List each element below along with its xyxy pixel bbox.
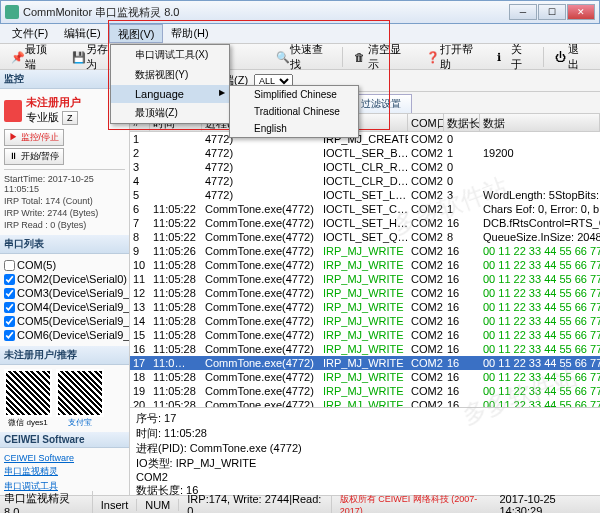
table-row[interactable]: 34772)IOCTL_CLR_R…COM20: [130, 160, 600, 174]
search-icon: 🔍: [276, 51, 288, 63]
sidebar-link[interactable]: 串口监视精灵: [4, 464, 125, 479]
detail-com: COM2: [136, 471, 594, 483]
table-row[interactable]: 811:05:22CommTone.exe(4772)IOCTL_SET_Q…C…: [130, 230, 600, 244]
minimize-button[interactable]: ─: [509, 4, 537, 20]
sidebar-link[interactable]: CEIWEI Software: [4, 452, 125, 464]
port-checkbox[interactable]: [4, 288, 15, 299]
port-label: COM3(Device\Serial9_0): [17, 287, 130, 299]
table-row[interactable]: 14772)IRP_MJ_CREATECOM20: [130, 132, 600, 146]
content-area: 监 最顶端(Z) ALL ASCII视图 DUMP视图 IOCTL 视图 过滤设…: [130, 70, 600, 495]
stat-total: IRP Total: 174 (Count): [4, 195, 125, 207]
table-row[interactable]: 1211:05:28CommTone.exe(4772)IRP_MJ_WRITE…: [130, 286, 600, 300]
table-row[interactable]: 911:05:26CommTone.exe(4772)IRP_MJ_WRITEC…: [130, 244, 600, 258]
status-irp: IRP:174, Write: 2744|Read: 0: [187, 493, 331, 514]
stat-write: IRP Write: 2744 (Bytes): [4, 207, 125, 219]
exit-icon: ⏻: [555, 51, 566, 63]
tb-exit-label: 退出: [568, 42, 589, 72]
table-row[interactable]: 1711:0…CommTone.exe(4772)IRP_MJ_WRITECOM…: [130, 356, 600, 370]
table-row[interactable]: 711:05:22CommTone.exe(4772)IOCTL_SET_H…C…: [130, 216, 600, 230]
tab-filter[interactable]: 过滤设置: [350, 94, 412, 113]
menu-data-view[interactable]: 数据视图(Y): [111, 65, 229, 85]
port-checkbox[interactable]: [4, 316, 15, 327]
tb-find-label: 快速查找: [290, 42, 331, 72]
port-checkbox[interactable]: [4, 274, 15, 285]
info-icon: ℹ: [497, 51, 508, 63]
recommend-panel-header: 未注册用户/推荐: [0, 346, 129, 365]
table-row[interactable]: 1011:05:28CommTone.exe(4772)IRP_MJ_WRITE…: [130, 258, 600, 272]
port-item[interactable]: COM4(Device\Serial9_1): [4, 300, 125, 314]
detail-panel: 序号: 17 时间: 11:05:28 进程(PID): CommTone.ex…: [130, 407, 600, 495]
status-time: 2017-10-25 14:30:29: [499, 493, 596, 514]
titlebar: CommMonitor 串口监视精灵 8.0 ─ ☐ ✕: [0, 0, 600, 24]
port-item[interactable]: COM5(Device\Serial9_2): [4, 314, 125, 328]
table-row[interactable]: 1911:05:28CommTone.exe(4772)IRP_MJ_WRITE…: [130, 384, 600, 398]
menu-serial-tools[interactable]: 串口调试工具(X): [111, 45, 229, 65]
help-icon: ❓: [426, 51, 438, 63]
port-item[interactable]: COM2(Device\Serial0): [4, 272, 125, 286]
app-icon: [5, 5, 19, 19]
col-len[interactable]: 数据长度: [444, 114, 480, 131]
port-item[interactable]: COM6(Device\Serial9_3): [4, 328, 125, 342]
view-dropdown: 串口调试工具(X) 数据视图(Y) Language Simplified Ch…: [110, 44, 230, 124]
menu-language-label: Language: [135, 88, 184, 100]
menu-language[interactable]: Language Simplified Chinese Traditional …: [111, 85, 229, 103]
lang-english[interactable]: English: [230, 120, 358, 137]
save-icon: 💾: [72, 51, 84, 63]
monitor-toggle-button[interactable]: ▶ 监控/停止: [4, 129, 64, 146]
pin-icon: 📌: [11, 51, 23, 63]
port-label: COM4(Device\Serial9_1): [17, 301, 130, 313]
grid-body[interactable]: 14772)IRP_MJ_CREATECOM2024772)IOCTL_SER_…: [130, 132, 600, 407]
status-copyright: 版权所有 CEIWEI 网络科技 (2007-2017): [340, 493, 492, 513]
port-item[interactable]: COM3(Device\Serial9_0): [4, 286, 125, 300]
port-label: COM5(Device\Serial9_2): [17, 315, 130, 327]
detail-proc: 进程(PID): CommTone.exe (4772): [136, 441, 594, 456]
stat-read: IRP Read : 0 (Bytes): [4, 219, 125, 231]
port-checkbox[interactable]: [4, 260, 15, 271]
table-row[interactable]: 1311:05:28CommTone.exe(4772)IRP_MJ_WRITE…: [130, 300, 600, 314]
table-row[interactable]: 1811:05:28CommTone.exe(4772)IRP_MJ_WRITE…: [130, 370, 600, 384]
table-row[interactable]: 1611:05:28CommTone.exe(4772)IRP_MJ_WRITE…: [130, 342, 600, 356]
wechat-qr: [4, 369, 52, 417]
ceiwei-panel-header: CEIWEI Software: [0, 432, 129, 448]
table-row[interactable]: 611:05:22CommTone.exe(4772)IOCTL_SET_C…C…: [130, 202, 600, 216]
lang-traditional[interactable]: Traditional Chinese: [230, 103, 358, 120]
detail-io: IO类型: IRP_MJ_WRITE: [136, 456, 594, 471]
user-z-button[interactable]: Z: [62, 111, 78, 125]
table-row[interactable]: 1411:05:28CommTone.exe(4772)IRP_MJ_WRITE…: [130, 314, 600, 328]
port-checkbox[interactable]: [4, 330, 15, 341]
detail-seq: 序号: 17: [136, 411, 594, 426]
tb-about-label: 关于: [511, 42, 532, 72]
table-row[interactable]: 24772)IOCTL_SER_B…COM2119200: [130, 146, 600, 160]
col-com[interactable]: COM口: [408, 114, 444, 131]
lang-simplified[interactable]: Simplified Chinese: [230, 86, 358, 103]
menu-help[interactable]: 帮助(H): [163, 24, 216, 43]
alipay-label: 支付宝: [56, 417, 104, 428]
close-button[interactable]: ✕: [567, 4, 595, 20]
table-row[interactable]: 2011:05:28CommTone.exe(4772)IRP_MJ_WRITE…: [130, 398, 600, 407]
alipay-qr: [56, 369, 104, 417]
sidebar: 监控 未注册用户 专业版 Z ▶ 监控/停止 ⏸ 开始/暂停 StartTime…: [0, 70, 130, 495]
menu-topmost[interactable]: 最顶端(Z): [111, 103, 229, 123]
table-row[interactable]: 44772)IOCTL_CLR_D…COM20: [130, 174, 600, 188]
user-status: 未注册用户: [26, 95, 81, 110]
window-title: CommMonitor 串口监视精灵 8.0: [23, 5, 509, 20]
port-item[interactable]: COM(5): [4, 258, 125, 272]
pause-toggle-button[interactable]: ⏸ 开始/暂停: [4, 148, 64, 165]
port-checkbox[interactable]: [4, 302, 15, 313]
maximize-button[interactable]: ☐: [538, 4, 566, 20]
status-num: NUM: [145, 499, 179, 511]
language-submenu: Simplified Chinese Traditional Chinese E…: [229, 85, 359, 138]
detail-len: 数据长度: 16: [136, 483, 594, 495]
tb-help-label: 打开帮助: [440, 42, 481, 72]
table-row[interactable]: 54772)IOCTL_SET_L…COM23WordLength: 5Stop…: [130, 188, 600, 202]
table-row[interactable]: 1111:05:28CommTone.exe(4772)IRP_MJ_WRITE…: [130, 272, 600, 286]
wechat-label: 微信 dyes1: [4, 417, 52, 428]
toolbar: 📌最顶端 💾另存为 🔍快速查找 🗑清空显示 ❓打开帮助 ℹ关于 ⏻退出: [0, 44, 600, 70]
col-data[interactable]: 数据: [480, 114, 600, 131]
statusbar: 串口监视精灵 8.0 Insert NUM IRP:174, Write: 27…: [0, 495, 600, 513]
status-insert: Insert: [101, 499, 138, 511]
port-label: COM(5): [17, 259, 56, 271]
stat-starttime: StartTime: 2017-10-25 11:05:15: [4, 173, 125, 195]
table-row[interactable]: 1511:05:28CommTone.exe(4772)IRP_MJ_WRITE…: [130, 328, 600, 342]
ports-panel-header: 串口列表: [0, 235, 129, 254]
